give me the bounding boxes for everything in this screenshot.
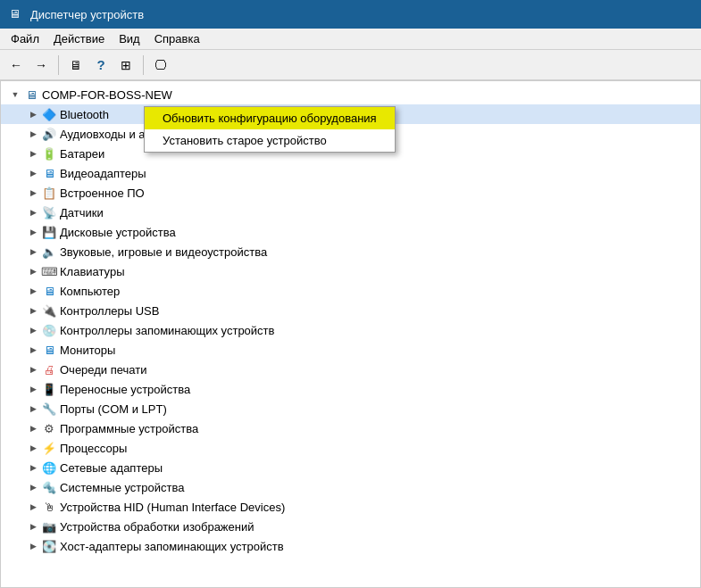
menu-bar: Файл Действие Вид Справка bbox=[0, 29, 701, 50]
portable-label: Переносные устройства bbox=[60, 383, 190, 396]
sound-label: Звуковые, игровые и видеоустройства bbox=[60, 245, 267, 259]
view-button[interactable]: ⊞ bbox=[115, 54, 137, 76]
ports-expand-icon[interactable] bbox=[26, 402, 40, 416]
tree-item-usb[interactable]: 🔌 Контроллеры USB bbox=[1, 301, 700, 320]
ports-icon: 🔧 bbox=[42, 402, 56, 416]
software-dev-expand-icon[interactable] bbox=[26, 421, 40, 435]
context-menu: Обновить конфигурацию оборудования Устан… bbox=[144, 106, 396, 153]
host-label: Хост-адаптеры запоминающих устройств bbox=[60, 540, 284, 553]
system-dev-label: Системные устройства bbox=[60, 481, 184, 494]
portable-expand-icon[interactable] bbox=[26, 382, 40, 396]
storage-ctrl-icon: 💿 bbox=[42, 323, 56, 337]
keyboard-expand-icon[interactable] bbox=[26, 264, 40, 278]
display-label: Видеоадаптеры bbox=[60, 167, 146, 180]
display-expand-icon[interactable] bbox=[26, 166, 40, 180]
menu-action[interactable]: Действие bbox=[46, 30, 112, 47]
printers-expand-icon[interactable] bbox=[26, 362, 40, 377]
back-button[interactable]: ← bbox=[5, 54, 27, 76]
display-icon: 🖥 bbox=[42, 166, 56, 180]
tree-item-imaging[interactable]: 📷 Устройства обработки изображений bbox=[1, 517, 700, 536]
tree-item-software-dev[interactable]: ⚙ Программные устройства bbox=[1, 418, 700, 438]
context-menu-scan-hardware[interactable]: Обновить конфигурацию оборудования bbox=[145, 107, 395, 129]
usb-label: Контроллеры USB bbox=[60, 304, 159, 318]
sound-expand-icon[interactable] bbox=[26, 244, 40, 259]
root-expand-icon[interactable] bbox=[8, 87, 22, 102]
computer-expand-icon[interactable] bbox=[26, 284, 40, 298]
tree-item-host[interactable]: 💽 Хост-адаптеры запоминающих устройств bbox=[1, 536, 700, 556]
printers-label: Очереди печати bbox=[60, 363, 147, 377]
tree-item-ports[interactable]: 🔧 Порты (COM и LPT) bbox=[1, 399, 700, 418]
hid-label: Устройства HID (Human Interface Devices) bbox=[60, 501, 285, 514]
network-icon: 🌐 bbox=[42, 460, 56, 475]
context-menu-add-legacy[interactable]: Установить старое устройство bbox=[145, 129, 395, 152]
tree-item-cpu[interactable]: ⚡ Процессоры bbox=[1, 438, 700, 458]
firmware-expand-icon[interactable] bbox=[26, 186, 40, 200]
hid-expand-icon[interactable] bbox=[26, 500, 40, 514]
forward-button[interactable]: → bbox=[30, 54, 52, 76]
battery-label: Батареи bbox=[60, 147, 104, 161]
app-icon: 🖥 bbox=[9, 7, 23, 21]
tree-item-computer[interactable]: 🖥 Компьютер bbox=[1, 281, 700, 301]
tree-item-keyboard[interactable]: ⌨ Клавиатуры bbox=[1, 261, 700, 281]
sensors-icon: 📡 bbox=[42, 205, 56, 219]
ports-label: Порты (COM и LPT) bbox=[60, 402, 167, 416]
computer-icon: 🖥 bbox=[42, 284, 56, 298]
battery-expand-icon[interactable] bbox=[26, 146, 40, 161]
disk-label: Дисковые устройства bbox=[60, 226, 176, 239]
tree-item-printers[interactable]: 🖨 Очереди печати bbox=[1, 360, 700, 379]
tree-item-portable[interactable]: 📱 Переносные устройства bbox=[1, 379, 700, 399]
computer-label: Компьютер bbox=[60, 285, 120, 298]
network-label: Сетевые адаптеры bbox=[60, 461, 163, 475]
menu-view[interactable]: Вид bbox=[112, 30, 147, 47]
monitors-expand-icon[interactable] bbox=[26, 343, 40, 357]
toolbar-separator-2 bbox=[143, 55, 144, 75]
bluetooth-label: Bluetooth bbox=[60, 108, 109, 121]
menu-help[interactable]: Справка bbox=[147, 30, 207, 47]
host-icon: 💽 bbox=[42, 539, 56, 553]
main-content: 🖥 COMP-FOR-BOSS-NEW 🔷 Bluetooth Обновить… bbox=[0, 80, 701, 588]
audio-expand-icon[interactable] bbox=[26, 127, 40, 141]
monitors-label: Мониторы bbox=[60, 344, 115, 357]
imaging-icon: 📷 bbox=[42, 519, 56, 534]
bluetooth-expand-icon[interactable] bbox=[26, 107, 40, 121]
sound-icon: 🔈 bbox=[42, 244, 56, 259]
tree-item-storage-ctrl[interactable]: 💿 Контроллеры запоминающих устройств bbox=[1, 320, 700, 340]
tree-item-network[interactable]: 🌐 Сетевые адаптеры bbox=[1, 458, 700, 477]
disk-expand-icon[interactable] bbox=[26, 225, 40, 239]
device-tree: 🖥 COMP-FOR-BOSS-NEW 🔷 Bluetooth Обновить… bbox=[1, 81, 700, 559]
monitor-button[interactable]: 🖵 bbox=[150, 54, 171, 76]
tree-item-firmware[interactable]: 📋 Встроенное ПО bbox=[1, 183, 700, 203]
host-expand-icon[interactable] bbox=[26, 539, 40, 553]
toolbar: ← → 🖥 ? ⊞ 🖵 bbox=[0, 50, 701, 80]
sensors-expand-icon[interactable] bbox=[26, 205, 40, 219]
portable-icon: 📱 bbox=[42, 382, 56, 396]
keyboard-label: Клавиатуры bbox=[60, 265, 125, 278]
cpu-icon: ⚡ bbox=[42, 441, 56, 455]
menu-file[interactable]: Файл bbox=[4, 30, 46, 47]
audio-icon: 🔊 bbox=[42, 127, 56, 141]
tree-item-monitors[interactable]: 🖥 Мониторы bbox=[1, 340, 700, 360]
help-button[interactable]: ? bbox=[90, 54, 112, 76]
tree-item-disk[interactable]: 💾 Дисковые устройства bbox=[1, 222, 700, 242]
tree-item-system-dev[interactable]: 🔩 Системные устройства bbox=[1, 477, 700, 497]
tree-item-sound[interactable]: 🔈 Звуковые, игровые и видеоустройства bbox=[1, 242, 700, 261]
tree-item-sensors[interactable]: 📡 Датчики bbox=[1, 203, 700, 222]
toolbar-separator-1 bbox=[58, 55, 59, 75]
bluetooth-icon: 🔷 bbox=[42, 107, 56, 121]
tree-item-display[interactable]: 🖥 Видеоадаптеры bbox=[1, 163, 700, 183]
system-dev-icon: 🔩 bbox=[42, 480, 56, 494]
system-dev-expand-icon[interactable] bbox=[26, 480, 40, 494]
firmware-label: Встроенное ПО bbox=[60, 186, 145, 200]
sensors-label: Датчики bbox=[60, 206, 104, 219]
title-bar: 🖥 Диспетчер устройств bbox=[0, 0, 701, 29]
usb-expand-icon[interactable] bbox=[26, 303, 40, 318]
root-icon: 🖥 bbox=[24, 87, 38, 102]
imaging-expand-icon[interactable] bbox=[26, 519, 40, 534]
storage-ctrl-expand-icon[interactable] bbox=[26, 323, 40, 337]
network-expand-icon[interactable] bbox=[26, 460, 40, 475]
tree-root[interactable]: 🖥 COMP-FOR-BOSS-NEW bbox=[1, 85, 700, 104]
cpu-expand-icon[interactable] bbox=[26, 441, 40, 455]
properties-button[interactable]: 🖥 bbox=[65, 54, 87, 76]
tree-item-hid[interactable]: 🖱 Устройства HID (Human Interface Device… bbox=[1, 497, 700, 517]
usb-icon: 🔌 bbox=[42, 303, 56, 318]
